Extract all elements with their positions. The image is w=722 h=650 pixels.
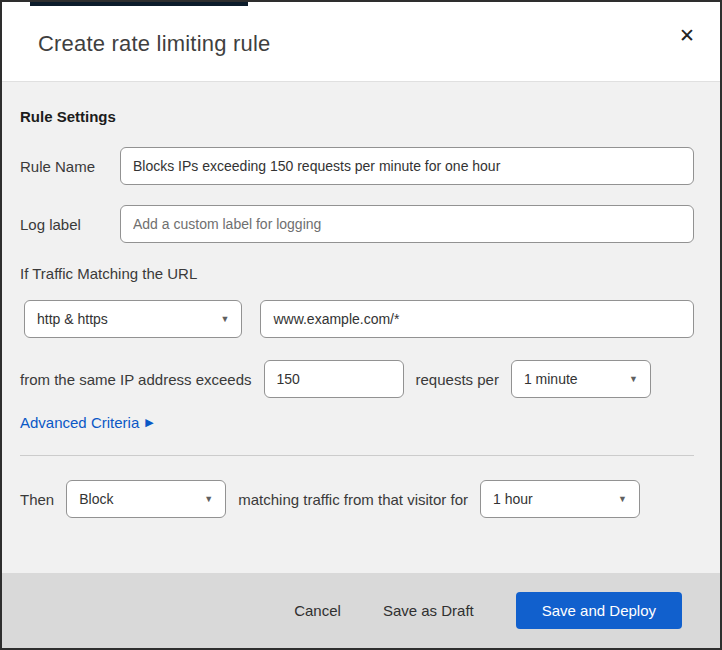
save-and-deploy-button[interactable]: Save and Deploy (516, 592, 682, 629)
request-count-input[interactable] (264, 360, 404, 398)
chevron-down-icon: ▼ (204, 494, 213, 504)
action-select[interactable]: Block ▼ (66, 480, 226, 518)
period-select[interactable]: 1 minute ▼ (511, 360, 651, 398)
close-icon[interactable]: ✕ (672, 20, 702, 50)
rule-name-input[interactable] (120, 147, 694, 185)
cancel-button[interactable]: Cancel (280, 594, 355, 627)
duration-select[interactable]: 1 hour ▼ (480, 480, 640, 518)
scheme-select-value: http & https (37, 311, 108, 327)
scheme-select[interactable]: http & https ▼ (24, 300, 242, 338)
threshold-middle-text: requests per (416, 371, 499, 388)
rule-settings-heading: Rule Settings (20, 108, 694, 125)
expand-right-icon: ▶ (145, 417, 153, 428)
then-middle-text: matching traffic from that visitor for (238, 491, 468, 508)
log-label-label: Log label (20, 216, 120, 233)
log-label-row: Log label (20, 205, 694, 243)
period-select-value: 1 minute (524, 371, 578, 387)
dialog-body: Rule Settings Rule Name Log label If Tra… (2, 82, 720, 573)
advanced-criteria-link[interactable]: Advanced Criteria ▶ (20, 414, 154, 431)
dialog-header: Create rate limiting rule ✕ (2, 6, 720, 82)
chevron-down-icon: ▼ (629, 374, 638, 384)
then-prefix-text: Then (20, 491, 54, 508)
dialog-title: Create rate limiting rule (38, 31, 270, 57)
create-rate-limiting-rule-dialog: Create rate limiting rule ✕ Rule Setting… (0, 0, 722, 650)
dialog-footer: Cancel Save as Draft Save and Deploy (2, 573, 720, 648)
advanced-criteria-label: Advanced Criteria (20, 414, 139, 431)
duration-select-value: 1 hour (493, 491, 533, 507)
save-as-draft-button[interactable]: Save as Draft (369, 594, 488, 627)
log-label-input[interactable] (120, 205, 694, 243)
section-divider (20, 455, 694, 456)
rule-name-label: Rule Name (20, 158, 120, 175)
then-action-row: Then Block ▼ matching traffic from that … (20, 480, 694, 518)
chevron-down-icon: ▼ (220, 314, 229, 324)
traffic-match-heading: If Traffic Matching the URL (20, 265, 694, 282)
action-select-value: Block (79, 491, 113, 507)
threshold-row: from the same IP address exceeds request… (20, 360, 694, 398)
chevron-down-icon: ▼ (618, 494, 627, 504)
threshold-prefix-text: from the same IP address exceeds (20, 371, 252, 388)
traffic-match-row: http & https ▼ (24, 300, 694, 338)
url-pattern-input[interactable] (260, 300, 694, 338)
rule-name-row: Rule Name (20, 147, 694, 185)
